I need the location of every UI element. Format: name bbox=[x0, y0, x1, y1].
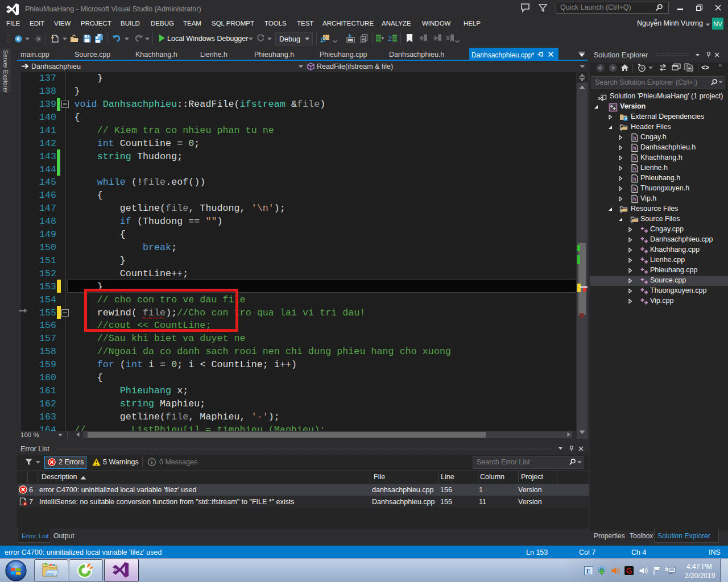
svg-text:E: E bbox=[586, 567, 591, 575]
svg-text:2: 2 bbox=[388, 35, 392, 42]
